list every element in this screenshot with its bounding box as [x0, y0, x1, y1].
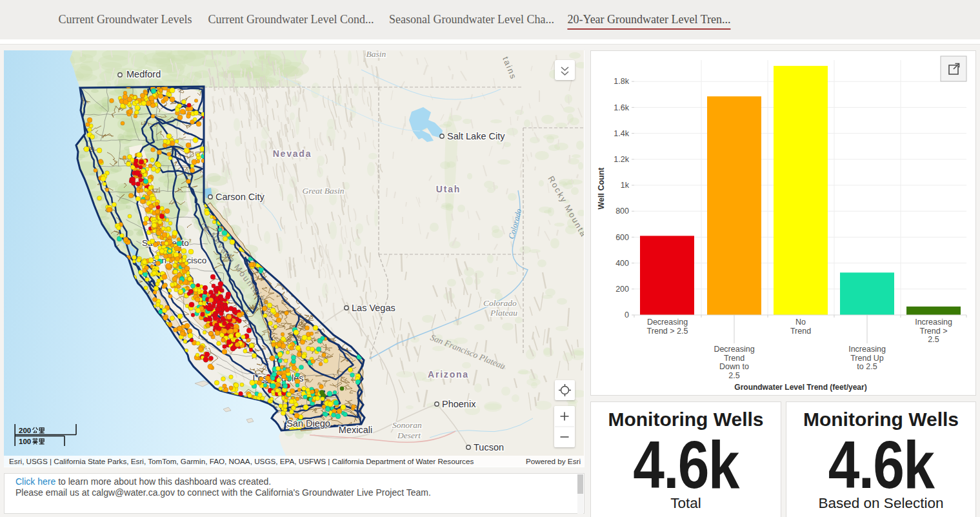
svg-text:Well Count: Well Count [597, 167, 606, 210]
svg-text:Great Basin: Great Basin [302, 186, 344, 196]
svg-text:Medford: Medford [126, 69, 161, 79]
svg-text:1.4k: 1.4k [614, 129, 629, 138]
svg-text:Trend > 2.5: Trend > 2.5 [647, 327, 688, 336]
svg-text:1k: 1k [621, 181, 630, 190]
svg-text:Increasing: Increasing [915, 318, 952, 327]
svg-text:600: 600 [615, 233, 629, 242]
svg-text:Mexicali: Mexicali [339, 425, 372, 435]
svg-text:0: 0 [625, 310, 629, 319]
svg-text:400: 400 [615, 259, 629, 268]
svg-text:1.6k: 1.6k [614, 103, 629, 112]
svg-text:Phoenix: Phoenix [442, 399, 476, 409]
svg-text:No: No [795, 318, 806, 327]
svg-text:Las Vegas: Las Vegas [352, 303, 395, 313]
svg-text:Trend: Trend [724, 354, 745, 363]
svg-text:Groundwater Level Trend (feet/: Groundwater Level Trend (feet/year) [734, 383, 866, 392]
svg-text:Utah: Utah [436, 184, 461, 194]
svg-text:1.2k: 1.2k [614, 155, 629, 164]
svg-text:Nevada: Nevada [273, 148, 312, 159]
svg-text:Down to: Down to [719, 362, 749, 371]
svg-text:2.5: 2.5 [728, 371, 739, 380]
svg-text:800: 800 [615, 207, 629, 216]
svg-text:Arizona: Arizona [428, 369, 469, 380]
svg-text:Decreasing: Decreasing [647, 318, 688, 327]
svg-text:Sonoran: Sonoran [392, 420, 422, 430]
svg-text:Trend Up: Trend Up [850, 354, 884, 363]
svg-text:Trend >: Trend > [920, 327, 948, 336]
svg-text:Plateau: Plateau [490, 308, 517, 318]
svg-text:1.8k: 1.8k [614, 77, 629, 86]
svg-text:200: 200 [19, 427, 31, 434]
svg-text:Salt Lake City: Salt Lake City [447, 131, 505, 141]
svg-text:to 2.5: to 2.5 [857, 362, 877, 371]
svg-text:Increasing: Increasing [848, 345, 886, 354]
svg-text:100: 100 [19, 438, 31, 445]
svg-text:Tucson: Tucson [474, 442, 504, 452]
svg-text:200: 200 [615, 285, 629, 294]
svg-text:Desert: Desert [397, 431, 421, 440]
svg-text:Colorado: Colorado [483, 298, 517, 308]
svg-text:Basin: Basin [366, 50, 386, 59]
svg-text:2.5: 2.5 [928, 335, 939, 344]
svg-text:Trend: Trend [790, 327, 811, 336]
svg-text:Decreasing: Decreasing [714, 345, 754, 354]
svg-text:Carson City: Carson City [215, 192, 265, 202]
svg-text:San Diego: San Diego [286, 418, 330, 429]
